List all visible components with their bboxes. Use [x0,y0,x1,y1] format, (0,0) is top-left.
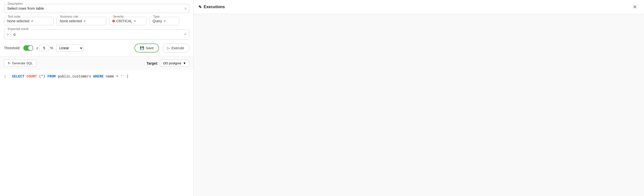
target-chevron-icon: ▼ [183,61,186,65]
type-chevron-icon: ▼ [164,20,166,22]
line-number-1: 1 [4,74,8,79]
operator-button[interactable]: > [4,31,12,37]
panel-title: Executions [204,5,225,9]
execute-button[interactable]: ▷ Execute [162,44,189,52]
keyword-select: SELECT [12,75,24,79]
threshold-percent: % [50,46,53,50]
business-rule-selector[interactable]: Business rule: None selected ▼ [56,17,106,25]
right-panel: ✎ Executions ✕ [194,0,644,196]
severity-value: CRITICAL [116,19,132,23]
cursor: | [126,75,128,79]
main-container: Description: ≡ Test suite: None selected… [0,0,644,196]
right-header: ✎ Executions ✕ [194,0,644,14]
save-icon: 💾 [140,46,144,50]
save-label: Save [146,46,154,50]
severity-label: Severity: [112,15,126,18]
selectors-row: Test suite: None selected ▼ Business rul… [0,13,193,25]
refresh-icon: ↻ [8,61,10,65]
expected-result-label: Expected result: [7,27,30,31]
code-content-1: SELECT COUNT (*) FROM public.customers W… [12,74,129,79]
threshold-row: Threshold: ± % Linear Percentage Absolut… [0,40,193,52]
threshold-value-group: ± % [36,45,53,51]
generate-sql-label: Generate SQL [12,61,33,65]
threshold-toggle[interactable] [23,45,33,51]
keyword-where: WHERE [93,75,104,79]
severity-dot-icon [112,20,115,22]
result-input[interactable] [14,32,179,37]
expected-result-group: Expected result: > + [4,29,189,40]
save-button[interactable]: 💾 Save [134,44,159,52]
type-selector[interactable]: Type: Query ▼ [149,17,179,25]
code-editor[interactable]: 1 SELECT COUNT (*) FROM public.customers… [0,70,193,196]
business-rule-label: Business rule: [59,15,80,18]
test-suite-label: Test suite: [7,15,22,18]
severity-chevron-icon: ▼ [134,20,136,22]
target-select[interactable]: DO postgres ▼ [160,60,189,67]
test-suite-value: None selected [7,19,30,23]
severity-selector[interactable]: Severity: CRITICAL ▼ [109,17,146,25]
business-rule-chevron-icon: ▼ [84,20,86,22]
right-header-title: ✎ Executions [198,5,225,9]
expected-result-section: Expected result: > + [0,25,193,40]
threshold-mode-select[interactable]: Linear Percentage Absolute [56,45,83,51]
execute-label: Execute [172,46,184,50]
description-label: Description: [7,2,24,5]
description-section: Description: ≡ [0,0,193,13]
description-input[interactable] [7,6,179,10]
add-condition-button[interactable]: + [184,32,186,37]
description-field-group: Description: ≡ [4,4,189,13]
keyword-count: COUNT [26,75,37,79]
code-line-1: 1 SELECT COUNT (*) FROM public.customers… [4,74,189,79]
left-panel: Description: ≡ Test suite: None selected… [0,0,194,196]
threshold-input[interactable] [39,45,49,51]
string-value: '' [120,75,124,79]
code-parens: (*) [39,75,45,79]
business-rule-value: None selected [60,19,82,23]
type-value: Query [152,19,162,23]
threshold-pm: ± [36,46,38,50]
play-icon: ▷ [167,46,170,50]
edit-icon: ✎ [198,5,202,9]
test-suite-selector[interactable]: Test suite: None selected ▼ [4,17,54,25]
condition-name: name = [106,75,120,79]
close-button[interactable]: ✕ [631,3,639,11]
toggle-thumb [28,46,33,50]
target-group: Target: DO postgres ▼ [146,60,189,67]
keyword-from: FROM [48,75,56,79]
threshold-label: Threshold: [4,46,20,50]
test-suite-chevron-icon: ▼ [31,20,34,22]
generate-sql-button[interactable]: ↻ Generate SQL [4,60,36,67]
table-ref: public.customers [58,75,93,79]
text-format-icon: ≡ [184,6,186,10]
bottom-toolbar: ↻ Generate SQL Target: DO postgres ▼ [0,56,193,70]
type-label: Type: [152,15,161,18]
target-value: DO postgres [163,61,181,65]
target-label: Target: [146,61,158,65]
actions-right: 💾 Save ▷ Execute [134,44,189,52]
